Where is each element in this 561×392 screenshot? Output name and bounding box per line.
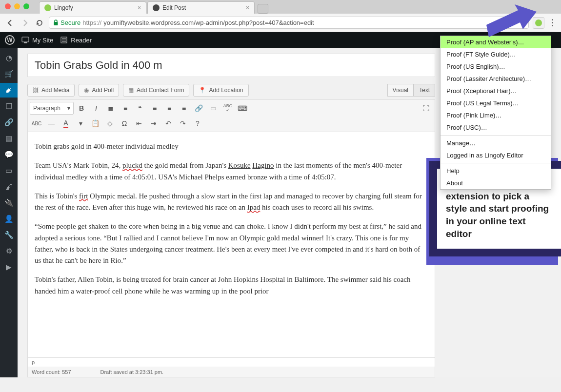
browser-tab-editpost[interactable]: Edit Post ×	[147, 1, 255, 14]
add-location-button[interactable]: 📍Add Location	[193, 84, 248, 97]
tab-label: Edit Post	[162, 4, 186, 11]
tab-close-icon[interactable]: ×	[246, 4, 249, 11]
svg-point-7	[10, 88, 11, 89]
strikethrough-button[interactable]: ABC	[30, 117, 43, 130]
sidebar-settings-icon[interactable]: ⚙	[0, 244, 18, 258]
bullet-list-button[interactable]: ≣	[104, 102, 118, 115]
align-right-button[interactable]: ≡	[177, 102, 191, 115]
special-char-button[interactable]: Ω	[118, 117, 131, 130]
add-contact-form-button[interactable]: ▦Add Contact Form	[123, 84, 189, 97]
lingofy-extension-menu: Proof (AP and Webster's)… Proof (FT Styl…	[440, 36, 551, 190]
clear-format-button[interactable]: ◇	[103, 117, 117, 130]
italic-button[interactable]: I	[89, 102, 103, 115]
add-poll-button[interactable]: ◉Add Poll	[79, 84, 119, 97]
svg-rect-1	[22, 37, 29, 42]
annotation-arrow	[484, 3, 538, 37]
sidebar-posts-icon[interactable]	[0, 83, 18, 98]
more-button[interactable]: ▭	[206, 102, 220, 115]
sidebar-store-icon[interactable]: 🛒	[0, 67, 18, 81]
browser-tabs: Lingofy × Edit Post ×	[0, 0, 561, 14]
proof-option[interactable]: Proof (USC)…	[441, 121, 551, 134]
window-zoom[interactable]	[23, 3, 29, 9]
spelling-error[interactable]: firt	[79, 192, 88, 200]
editor-mode-tabs: Visual Text	[387, 84, 435, 97]
redo-button[interactable]: ↷	[176, 117, 190, 130]
proof-option[interactable]: Proof (FT Style Guide)…	[441, 48, 551, 60]
url-scheme: https://	[82, 19, 101, 26]
outdent-button[interactable]: ⇤	[132, 117, 146, 130]
sidebar-comments-icon[interactable]: 💬	[0, 147, 18, 162]
wp-favicon	[153, 4, 160, 11]
link-button[interactable]: 🔗	[192, 102, 205, 115]
sidebar-tools-icon[interactable]: 🔧	[0, 228, 18, 242]
visual-tab[interactable]: Visual	[387, 84, 414, 97]
bold-button[interactable]: B	[75, 102, 88, 115]
proof-option[interactable]: Proof (AP and Webster's)…	[441, 36, 551, 48]
sidebar-feedback-icon[interactable]: ▭	[0, 163, 18, 178]
editor-toolbar: Paragraph▾ B I ≣ ≡ ❝ ≡ ≡ ≡ 🔗 ▭ ABC✓ ⌨ ⛶ …	[27, 99, 435, 132]
post-title-input[interactable]	[27, 54, 435, 77]
window-close[interactable]	[5, 3, 11, 9]
proof-option[interactable]: Proof (Lassiter Architecture)…	[441, 73, 551, 85]
secure-indicator: Secure	[53, 19, 80, 26]
undo-button[interactable]: ↶	[161, 117, 175, 130]
element-path: p	[28, 358, 435, 367]
spellcheck-button[interactable]: ABC✓	[221, 102, 235, 115]
lingofy-favicon	[44, 4, 51, 11]
help-option[interactable]: Help	[441, 165, 551, 177]
reload-button[interactable]	[34, 18, 45, 28]
sidebar-appearance-icon[interactable]: 🖌	[0, 179, 18, 194]
new-tab-button[interactable]	[258, 4, 268, 14]
add-media-button[interactable]: 🖼Add Media	[27, 84, 75, 97]
manage-option[interactable]: Manage…	[441, 137, 551, 149]
quote-button[interactable]: ❝	[133, 102, 147, 115]
svg-rect-2	[24, 42, 27, 43]
text-tab[interactable]: Text	[414, 84, 435, 97]
sidebar-plugins-icon[interactable]: 🔌	[0, 196, 18, 210]
proof-option[interactable]: Proof (US English)…	[441, 60, 551, 73]
logged-in-label: Logged in as Lingofy Editor	[441, 149, 551, 161]
sidebar-users-icon[interactable]: 👤	[0, 212, 18, 226]
forward-button[interactable]	[20, 18, 30, 28]
proof-option[interactable]: Proof (Xceptional Hair)…	[441, 85, 551, 97]
proof-option[interactable]: Proof (US Legal Terms)…	[441, 97, 551, 109]
sidebar-links-icon[interactable]: 🔗	[0, 115, 18, 130]
spelling-error[interactable]: pluckd	[122, 161, 142, 169]
address-bar[interactable]: Secure https://yourniftywebsite.wordpres…	[49, 17, 529, 29]
textcolor-picker[interactable]: ▾	[74, 117, 87, 130]
editor-status-bar: p Word count: 557 Draft saved at 3:23:31…	[27, 358, 435, 377]
spelling-error[interactable]: Ipad	[247, 203, 260, 211]
sidebar-dashboard-icon[interactable]: ◔	[0, 51, 18, 65]
help-button[interactable]: ?	[191, 117, 204, 130]
format-select[interactable]: Paragraph▾	[30, 102, 74, 115]
my-site-link[interactable]: My Site	[21, 36, 53, 44]
wp-logo-icon[interactable]: W	[5, 35, 15, 45]
window-minimize[interactable]	[14, 3, 20, 9]
wp-sidebar: ◔ 🛒 ❐ 🔗 ▤ 💬 ▭ 🖌 🔌 👤 🔧 ⚙ ▶	[0, 48, 18, 377]
word-count: Word count: 557	[32, 369, 71, 375]
tab-close-icon[interactable]: ×	[138, 4, 141, 11]
browser-tab-lingofy[interactable]: Lingofy ×	[39, 1, 146, 14]
sidebar-video-icon[interactable]: ▶	[0, 260, 18, 274]
align-center-button[interactable]: ≡	[162, 102, 176, 115]
fullscreen-button[interactable]: ⛶	[419, 102, 433, 115]
toolbar-toggle-button[interactable]: ⌨	[236, 102, 249, 115]
url-text: yourniftywebsite.wordpress.com/wp-admin/…	[103, 19, 314, 26]
back-button[interactable]	[5, 18, 16, 28]
chrome-menu-button[interactable]	[548, 19, 556, 26]
proof-option[interactable]: Proof (Pink Lime)…	[441, 109, 551, 121]
browser-chrome: Lingofy × Edit Post × Secure https://you…	[0, 0, 561, 32]
sidebar-pages-icon[interactable]: ▤	[0, 131, 18, 146]
ordered-list-button[interactable]: ≡	[119, 102, 132, 115]
textcolor-button[interactable]: A	[59, 117, 73, 130]
editor-column: 🖼Add Media ◉Add Poll ▦Add Contact Form 📍…	[27, 54, 435, 377]
about-option[interactable]: About	[441, 177, 551, 189]
editor-content[interactable]: Tobin grabs gold in 400-meter individual…	[27, 132, 435, 358]
media-buttons-row: 🖼Add Media ◉Add Poll ▦Add Contact Form 📍…	[27, 84, 435, 97]
indent-button[interactable]: ⇥	[147, 117, 160, 130]
paste-text-button[interactable]: 📋	[88, 117, 102, 130]
align-left-button[interactable]: ≡	[148, 102, 161, 115]
sidebar-media-icon[interactable]: ❐	[0, 99, 18, 114]
reader-link[interactable]: Reader	[60, 36, 92, 44]
hr-button[interactable]: —	[44, 117, 58, 130]
